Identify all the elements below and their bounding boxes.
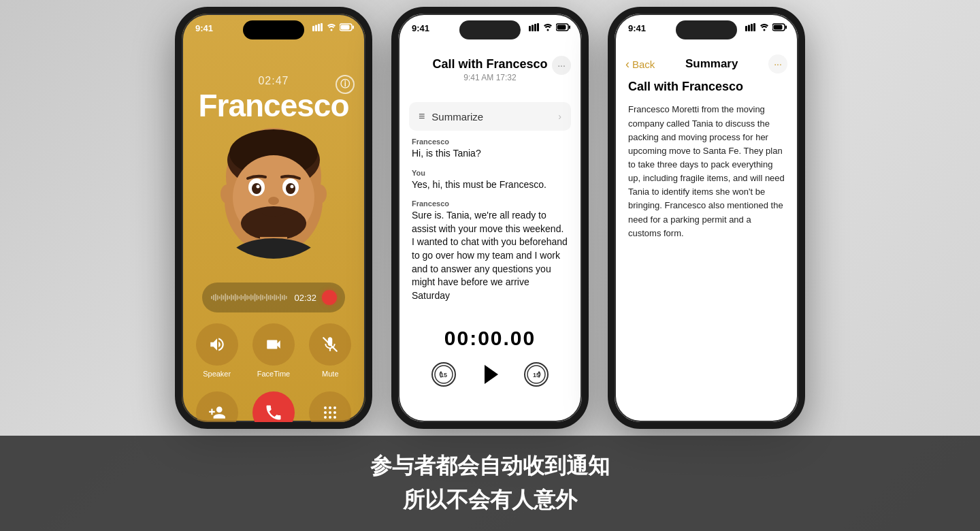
svg-rect-61 [282, 295, 283, 300]
svg-rect-76 [534, 24, 536, 31]
svg-rect-42 [244, 294, 246, 301]
svg-rect-62 [284, 295, 285, 300]
svg-rect-31 [223, 295, 224, 300]
transcript-msg-0: Francesco Hi, is this Tania? [412, 138, 568, 161]
msg-speaker-1: You [412, 169, 568, 177]
svg-rect-34 [229, 296, 230, 300]
svg-rect-40 [240, 295, 242, 300]
svg-rect-95 [785, 26, 787, 29]
svg-point-4 [331, 29, 333, 31]
svg-point-71 [324, 416, 327, 419]
svg-rect-59 [278, 296, 279, 298]
svg-rect-91 [753, 23, 755, 31]
status-time-1: 9:41 [195, 23, 213, 33]
svg-point-19 [257, 185, 260, 189]
svg-rect-75 [532, 25, 534, 32]
svg-point-66 [329, 406, 331, 409]
transcript-subtitle: 9:41 AM 17:32 [412, 73, 568, 82]
status-time-3: 9:41 [628, 23, 646, 33]
summarize-row[interactable]: ≡ Summarize › [409, 102, 571, 131]
back-label: Back [632, 59, 655, 70]
phone-summary: 9:41 ‹ Back Summary ··· Call with France… [608, 7, 805, 429]
svg-rect-38 [237, 295, 238, 300]
svg-point-13 [313, 184, 327, 204]
status-icons-2 [529, 23, 571, 31]
svg-rect-50 [260, 294, 261, 300]
svg-rect-32 [225, 293, 226, 302]
svg-point-69 [329, 411, 331, 414]
transcript-messages: Francesco Hi, is this Tania? You Yes, hi… [398, 138, 582, 306]
skip-back-button[interactable]: 15 [431, 362, 456, 387]
phone-transcription: 9:41 Call with Francesco 9:41 AM 17:32 ·… [391, 7, 589, 429]
speaker-button[interactable]: Speaker [195, 323, 238, 378]
svg-rect-39 [239, 296, 240, 298]
svg-rect-52 [264, 296, 265, 298]
svg-rect-35 [231, 294, 232, 300]
waveform-time: 02:32 [294, 293, 316, 303]
svg-point-92 [764, 29, 766, 31]
status-icons-3 [745, 23, 787, 31]
back-button[interactable]: ‹ Back [625, 57, 655, 71]
svg-rect-88 [745, 26, 747, 31]
svg-point-20 [291, 185, 294, 189]
more-button-3[interactable]: ··· [768, 54, 787, 74]
summarize-label: Summarize [431, 111, 551, 123]
svg-rect-37 [235, 294, 236, 301]
playback-area: 00:00.00 15 15 [398, 327, 582, 388]
add-button[interactable]: Add [195, 391, 238, 429]
svg-point-73 [333, 416, 336, 419]
svg-point-70 [333, 411, 336, 414]
svg-rect-94 [774, 25, 783, 30]
keypad-button[interactable]: Keypad [309, 391, 352, 429]
svg-rect-49 [258, 296, 259, 300]
summary-content: Call with Francesco Francesco Moretti fr… [628, 79, 785, 408]
svg-rect-33 [227, 295, 228, 300]
svg-rect-63 [286, 296, 287, 300]
svg-rect-74 [529, 26, 531, 31]
summary-nav: ‹ Back Summary ··· [615, 49, 798, 79]
dynamic-island-3 [676, 20, 737, 39]
svg-rect-26 [213, 295, 214, 300]
msg-text-2: Sure is. Tania, we're all ready to assis… [412, 209, 568, 302]
svg-rect-46 [252, 295, 254, 300]
phones-container: 9:41 02:47 ⓘ Francesco [0, 0, 980, 436]
svg-point-17 [252, 183, 261, 194]
mute-button[interactable]: Mute [309, 323, 352, 378]
more-button-2[interactable]: ··· [552, 56, 571, 75]
summary-title: Call with Francesco [628, 79, 785, 95]
svg-point-78 [547, 29, 549, 31]
end-button[interactable]: End [252, 391, 295, 429]
back-chevron-icon: ‹ [625, 57, 630, 71]
transcript-title: Call with Francesco [412, 57, 568, 71]
svg-point-68 [324, 411, 327, 414]
svg-rect-47 [255, 293, 256, 302]
transcript-msg-2: Francesco Sure is. Tania, we're all read… [412, 199, 568, 302]
dynamic-island-1 [243, 20, 304, 39]
svg-rect-58 [276, 295, 277, 300]
waveform-bar: 02:32 [202, 283, 345, 312]
svg-rect-1 [315, 25, 317, 32]
caller-name: Francesco [182, 87, 365, 124]
summarize-icon: ≡ [419, 110, 425, 123]
playback-controls: 15 15 [431, 361, 549, 388]
transcript-msg-1: You Yes, hi, this must be Francesco. [412, 169, 568, 192]
svg-rect-60 [280, 294, 281, 301]
facetime-button[interactable]: FaceTime [252, 323, 295, 378]
summarize-chevron: › [558, 111, 561, 122]
msg-text-1: Yes, hi, this must be Francesco. [412, 178, 568, 192]
svg-rect-57 [274, 294, 276, 300]
summary-nav-title: Summary [655, 57, 768, 71]
svg-rect-81 [569, 26, 570, 29]
svg-rect-25 [211, 296, 212, 300]
subtitle-line-2: 所以不会有人意外 [403, 485, 577, 515]
svg-rect-2 [318, 24, 320, 31]
subtitle-line-1: 参与者都会自动收到通知 [370, 451, 610, 481]
facetime-label: FaceTime [257, 370, 291, 378]
svg-rect-77 [537, 23, 539, 31]
skip-forward-button[interactable]: 15 [524, 362, 549, 387]
svg-point-65 [324, 406, 327, 409]
play-button[interactable] [476, 361, 504, 388]
svg-rect-30 [221, 294, 223, 300]
svg-rect-56 [272, 296, 274, 300]
svg-rect-29 [219, 296, 220, 298]
